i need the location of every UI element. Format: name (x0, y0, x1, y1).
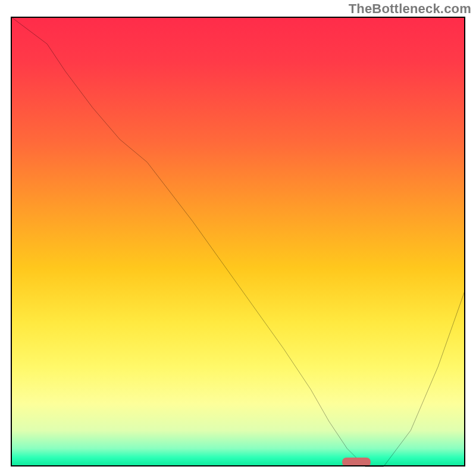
bottleneck-curve (11, 17, 465, 471)
chart-stage: TheBottleneck.com (0, 0, 476, 476)
watermark-text: TheBottleneck.com (349, 1, 471, 17)
plot-area (11, 17, 465, 466)
optimum-marker (342, 458, 371, 466)
